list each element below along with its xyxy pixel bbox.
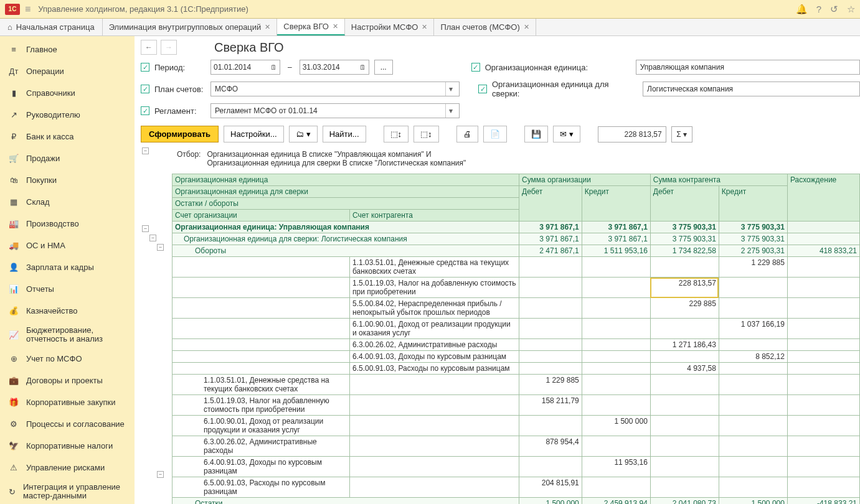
sidebar-item-8[interactable]: 🏭Производство [0, 213, 135, 235]
collapse-button[interactable]: ⬚↕ [413, 126, 439, 142]
sidebar-item-12[interactable]: 💰Казначейство [0, 300, 135, 322]
sidebar-item-17[interactable]: ⚙Процессы и согласование [0, 413, 135, 435]
sidebar-item-9[interactable]: 🚚ОС и НМА [0, 235, 135, 256]
mail-icon: ✉ [560, 129, 567, 139]
find-button[interactable]: Найти... [323, 126, 366, 142]
sidebar-item-14[interactable]: ⊕Учет по МСФО [0, 348, 135, 370]
home-tab[interactable]: ⌂ Начальная страница [0, 19, 103, 35]
col-sum-cp: Сумма контрагента [650, 174, 787, 186]
tab-label: Настройки МСФО [351, 22, 418, 32]
sidebar-item-13[interactable]: 📈Бюджетирование, отчетность и анализ [0, 322, 135, 348]
table-row[interactable]: 6.1.00.90.01, Доход от реализации продук… [172, 416, 860, 436]
sidebar-item-11[interactable]: 📊Отчеты [0, 278, 135, 300]
org-unit-sv-input[interactable]: Логистическая компания [643, 82, 860, 96]
org-unit-input[interactable]: Управляющая компания [636, 60, 860, 75]
cell-acc-org: 1.1.03.51.01, Денежные средства на текущ… [172, 375, 350, 395]
chevron-down-icon[interactable]: ▾ [445, 82, 455, 96]
table-row[interactable]: 6.4.00.91.03, Доходы по курсовым разница… [172, 351, 860, 363]
reglament-select[interactable]: Регламент МСФО от 01.01.14▾ [210, 103, 460, 118]
forward-button[interactable]: → [161, 40, 177, 55]
sidebar-item-5[interactable]: 🛒Продажи [0, 147, 135, 169]
tab-2[interactable]: Настройки МСФО✕ [345, 19, 435, 35]
plan-select[interactable]: МСФО▾ [210, 82, 460, 96]
sidebar-item-16[interactable]: 🎁Корпоративные закупки [0, 391, 135, 413]
sidebar-item-18[interactable]: 🦅Корпоративные налоги [0, 435, 135, 457]
sum-button[interactable]: Σ ▾ [671, 126, 692, 142]
history-icon[interactable]: ↺ [830, 4, 838, 15]
cell-value [519, 457, 582, 477]
sidebar-item-3[interactable]: ↗Руководителю [0, 104, 135, 126]
tree-collapse-icon[interactable]: − [157, 244, 164, 251]
sidebar-item-15[interactable]: 💼Договоры и проекты [0, 370, 135, 391]
cell-acc-cp [350, 375, 519, 395]
tree-collapse-icon[interactable]: − [142, 225, 149, 232]
tree-collapse-icon[interactable]: − [157, 471, 164, 478]
sidebar-item-2[interactable]: ▮Справочники [0, 82, 135, 104]
sidebar-item-7[interactable]: ▦Склад [0, 191, 135, 213]
cell-acc-cp: 6.5.00.91.03, Расходы по курсовым разниц… [350, 363, 519, 375]
print-button[interactable]: 🖨 [456, 126, 478, 142]
table-row[interactable]: Обороты2 471 867,11 511 953,161 734 822,… [172, 245, 860, 257]
sidebar-item-1[interactable]: ДтОперации [0, 60, 135, 82]
calendar-icon[interactable]: 🗓 [270, 63, 277, 71]
settings-button[interactable]: Настройки... [224, 126, 284, 142]
close-icon[interactable]: ✕ [422, 23, 427, 31]
col-diff: Расхождение [787, 174, 859, 222]
period-more-button[interactable]: ... [374, 60, 393, 75]
options-button[interactable]: 🗂▾ [289, 126, 318, 142]
table-row[interactable]: Остатки1 500 0002 459 913,942 041 080,73… [172, 498, 860, 505]
table-row[interactable]: 6.5.00.91.03, Расходы по курсовым разниц… [172, 363, 860, 375]
table-row[interactable]: Организационная единица: Управляющая ком… [172, 222, 860, 233]
sidebar-item-6[interactable]: 🛍Покупки [0, 169, 135, 191]
sidebar-item-0[interactable]: ≡Главное [0, 39, 135, 60]
table-row[interactable]: 1.5.01.19.03, Налог на добавленную стоим… [172, 395, 860, 416]
calendar-icon[interactable]: 🗓 [359, 63, 366, 71]
menu-icon[interactable]: ≡ [25, 4, 31, 15]
tab-0[interactable]: Элиминация внутригрупповых операций✕ [103, 19, 278, 35]
back-button[interactable]: ← [141, 40, 157, 55]
table-row[interactable]: 6.5.00.91.03, Расходы по курсовым разниц… [172, 477, 860, 498]
table-row[interactable]: 6.3.00.26.02, Административные расходы87… [172, 436, 860, 457]
sidebar-item-10[interactable]: 👤Зарплата и кадры [0, 256, 135, 278]
tab-3[interactable]: План счетов (МСФО)✕ [434, 19, 536, 35]
org-unit-sv-checkbox[interactable]: ✓ [478, 85, 487, 93]
table-row[interactable]: 1.1.03.51.01, Денежные средства на текущ… [172, 257, 860, 278]
table-row[interactable]: 6.4.00.91.03, Доходы по курсовым разница… [172, 457, 860, 477]
tree-collapse-icon[interactable]: − [149, 235, 156, 241]
period-from-input[interactable]: 01.01.2014🗓 [210, 60, 280, 75]
period-checkbox[interactable]: ✓ [141, 63, 149, 72]
email-button[interactable]: ✉▾ [553, 126, 580, 142]
plan-checkbox[interactable]: ✓ [141, 85, 149, 93]
cell-value [650, 436, 719, 457]
close-icon[interactable]: ✕ [333, 22, 338, 30]
star-icon[interactable]: ☆ [847, 4, 855, 15]
sidebar-item-19[interactable]: ⚠Управление рисками [0, 457, 135, 478]
close-icon[interactable]: ✕ [524, 23, 529, 31]
bell-icon[interactable]: 🔔 [796, 4, 808, 15]
sidebar-item-4[interactable]: ₽Банк и касса [0, 126, 135, 147]
table-row[interactable]: 1.5.01.19.03, Налог на добавленную стоим… [172, 278, 860, 298]
org-unit-label: Организационная единица: [485, 63, 631, 72]
save-button[interactable]: 💾 [524, 126, 548, 142]
table-row[interactable]: Организационная единица для сверки: Логи… [172, 233, 860, 245]
chevron-down-icon[interactable]: ▾ [445, 104, 455, 118]
close-icon[interactable]: ✕ [265, 23, 270, 31]
tab-1[interactable]: Сверка ВГО✕ [277, 19, 345, 35]
sidebar-item-20[interactable]: ↻Интеграция и управление мастер-данными [0, 478, 135, 504]
preview-button[interactable]: 📄 [483, 126, 507, 142]
reglament-checkbox[interactable]: ✓ [141, 106, 149, 115]
tree-collapse-icon[interactable]: − [142, 147, 149, 154]
sidebar-icon: ▮ [9, 88, 19, 98]
expand-button[interactable]: ⬚↕ [384, 126, 409, 142]
org-unit-checkbox[interactable]: ✓ [471, 63, 480, 72]
generate-button[interactable]: Сформировать [141, 126, 219, 142]
row-title: Организационная единица для сверки: Логи… [172, 233, 519, 245]
period-to-input[interactable]: 31.03.2014🗓 [300, 60, 369, 75]
table-row[interactable]: 1.1.03.51.01, Денежные средства на текущ… [172, 375, 860, 395]
cell-value [650, 257, 719, 278]
table-row[interactable]: 5.5.00.84.02, Нераспределенная прибыль /… [172, 298, 860, 319]
table-row[interactable]: 6.1.00.90.01, Доход от реализации продук… [172, 319, 860, 339]
table-row[interactable]: 6.3.00.26.02, Административные расходы1 … [172, 339, 860, 351]
cell-value: 2 275 903,31 [719, 245, 787, 257]
help-icon[interactable]: ? [816, 4, 821, 15]
